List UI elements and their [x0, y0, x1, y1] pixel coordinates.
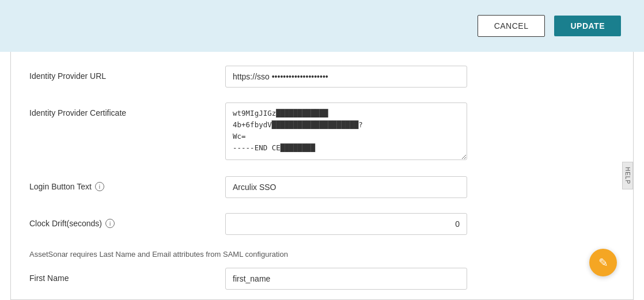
clock-drift-label: Clock Drift(seconds) i — [29, 213, 225, 228]
clock-drift-input[interactable] — [225, 213, 467, 235]
fab-icon: ✎ — [598, 256, 608, 269]
main-content: Identity Provider URL Identity Provider … — [10, 52, 634, 300]
login-button-text-label: Login Button Text i — [29, 176, 225, 191]
identity-provider-url-input[interactable] — [225, 66, 467, 88]
identity-provider-certificate-input[interactable]: wt9MIgJIGz████████████ 4b+6fbydV████████… — [225, 102, 467, 160]
identity-provider-certificate-row: Identity Provider Certificate wt9MIgJIGz… — [29, 102, 615, 162]
login-button-text-input[interactable] — [225, 176, 467, 198]
clock-drift-info-icon[interactable]: i — [105, 219, 115, 228]
certificate-textarea-wrapper: wt9MIgJIGz████████████ 4b+6fbydV████████… — [225, 102, 467, 162]
identity-provider-url-row: Identity Provider URL — [29, 66, 615, 89]
saml-info-text: AssetSonar requires Last Name and Email … — [29, 250, 615, 259]
identity-provider-url-label: Identity Provider URL — [29, 66, 225, 81]
fab-button[interactable]: ✎ — [589, 249, 617, 276]
cancel-button[interactable]: CANCEL — [478, 15, 545, 37]
help-tab[interactable]: HELP — [622, 162, 633, 189]
login-button-text-row: Login Button Text i — [29, 176, 615, 199]
login-button-text-info-icon[interactable]: i — [95, 182, 104, 191]
first-name-label: First Name — [29, 268, 225, 283]
top-bar: CANCEL UPDATE — [0, 0, 644, 52]
first-name-row: First Name — [29, 268, 615, 291]
identity-provider-certificate-label: Identity Provider Certificate — [29, 102, 225, 117]
first-name-input[interactable] — [225, 268, 467, 290]
update-button[interactable]: UPDATE — [554, 16, 621, 36]
clock-drift-row: Clock Drift(seconds) i — [29, 213, 615, 236]
